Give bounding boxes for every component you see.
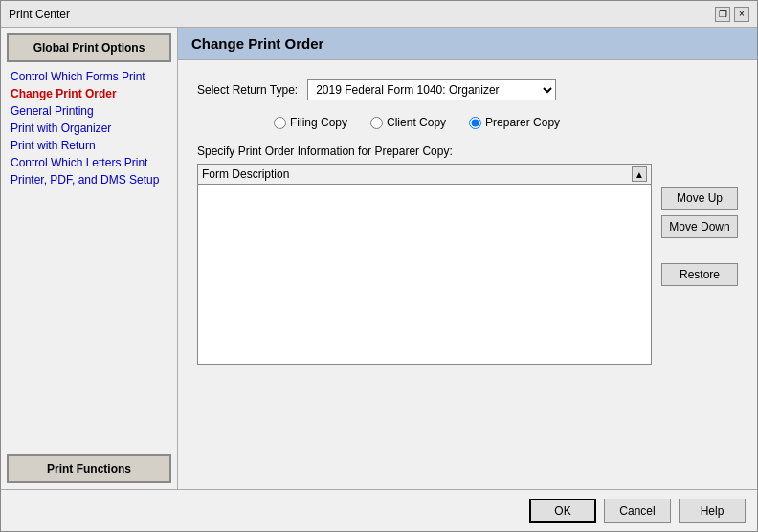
list-container: Form Description ▲ Move Up Move Down Res… — [197, 164, 738, 365]
title-bar: Print Center ❐ × — [1, 1, 757, 28]
content-header: Change Print Order — [178, 28, 757, 60]
radio-label-text-preparer: Preparer Copy — [485, 116, 560, 129]
sidebar-item[interactable]: Control Which Letters Print — [7, 154, 171, 171]
content-body: Select Return Type: 2019 Federal Form 10… — [178, 60, 757, 489]
title-bar-controls: ❐ × — [715, 7, 749, 22]
main-content: Change Print Order Select Return Type: 2… — [178, 28, 757, 489]
list-box-header: Form Description ▲ — [198, 165, 651, 185]
list-column-header: Form Description — [202, 167, 632, 181]
scroll-up-button[interactable]: ▲ — [632, 166, 647, 182]
specify-label: Specify Print Order Information for Prep… — [197, 144, 738, 158]
restore-window-button[interactable]: ❐ — [715, 7, 730, 22]
window-body: Global Print Options Control Which Forms… — [1, 28, 757, 489]
radio-client[interactable] — [370, 117, 383, 129]
sidebar-items: Control Which Forms PrintChange Print Or… — [1, 66, 177, 451]
window-title: Print Center — [9, 8, 70, 21]
sidebar-item[interactable]: Printer, PDF, and DMS Setup — [7, 171, 171, 188]
radio-filing[interactable] — [274, 117, 286, 129]
sidebar-item[interactable]: Change Print Order — [7, 85, 171, 102]
bottom-bar: OK Cancel Help — [1, 489, 757, 531]
help-button[interactable]: Help — [679, 499, 746, 523]
move-up-button[interactable]: Move Up — [661, 187, 738, 210]
sidebar-item[interactable]: Control Which Forms Print — [7, 68, 171, 85]
print-center-window: Print Center ❐ × Global Print Options Co… — [0, 0, 758, 532]
ok-button[interactable]: OK — [529, 499, 596, 523]
copy-type-radio-group: Filing CopyClient CopyPreparer Copy — [274, 116, 738, 129]
radio-label-filing[interactable]: Filing Copy — [274, 116, 347, 129]
move-down-button[interactable]: Move Down — [661, 215, 738, 238]
sidebar-footer: Print Functions — [7, 454, 171, 483]
cancel-button[interactable]: Cancel — [604, 499, 671, 523]
sidebar-item[interactable]: General Printing — [7, 102, 171, 120]
close-window-button[interactable]: × — [734, 7, 749, 22]
radio-label-text-filing: Filing Copy — [290, 116, 347, 129]
return-type-select[interactable]: 2019 Federal Form 1040: Organizer — [307, 79, 556, 100]
sidebar-item[interactable]: Print with Organizer — [7, 120, 171, 137]
radio-label-client[interactable]: Client Copy — [370, 116, 446, 129]
radio-label-preparer[interactable]: Preparer Copy — [469, 116, 560, 129]
select-return-type-label: Select Return Type: — [197, 83, 298, 97]
select-return-type-row: Select Return Type: 2019 Federal Form 10… — [197, 79, 738, 100]
form-description-list[interactable] — [198, 185, 651, 364]
radio-label-text-client: Client Copy — [387, 116, 446, 129]
restore-button[interactable]: Restore — [661, 263, 738, 286]
sidebar: Global Print Options Control Which Forms… — [1, 28, 178, 489]
side-action-buttons: Move Up Move Down Restore — [661, 187, 738, 286]
radio-preparer[interactable] — [469, 117, 481, 129]
sidebar-item[interactable]: Print with Return — [7, 137, 171, 154]
sidebar-header: Global Print Options — [7, 33, 171, 62]
form-description-list-wrapper: Form Description ▲ — [197, 164, 652, 365]
